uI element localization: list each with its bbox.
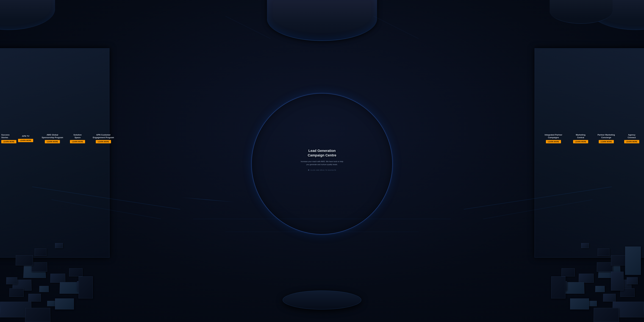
nav-item-apn-customer: APN Customer Engagement Program LEARN MO…: [93, 134, 114, 144]
stage-platform: [283, 290, 361, 310]
nav-item-partner-marketing: Partner Marketing Concierge LEARN MORE: [598, 134, 615, 144]
nav-title-aws-global: AWS Global Sponsorship Program: [42, 134, 63, 139]
learn-more-button-apn-tv[interactable]: LEARN MORE: [18, 139, 33, 142]
learn-more-button-integrated[interactable]: LEARN MORE: [546, 140, 561, 144]
blocks-bottom-right: [322, 145, 644, 322]
nav-item-aws-global: AWS Global Sponsorship Program LEARN MOR…: [42, 134, 63, 144]
nav-title-agency-connect: Agency Connect: [624, 134, 639, 139]
center-description: Increase your reach with AWS. We have to…: [300, 160, 344, 166]
learn-more-button-success-stories[interactable]: LEARN MORE: [1, 140, 16, 144]
nav-title-integrated: Integrated Partner Campaigns: [545, 134, 562, 139]
learn-more-button-solution-space[interactable]: LEARN MORE: [70, 140, 85, 144]
nav-item-solution-space: Solution Space LEARN MORE: [70, 134, 85, 144]
nav-title-solution-space: Solution Space: [70, 134, 85, 139]
svg-line-7: [374, 16, 419, 38]
nav-title-marketing-central: Marketing Central: [573, 134, 588, 139]
arch-top-center: [267, 0, 377, 41]
arch-top-left: [0, 0, 55, 30]
nav-item-agency-connect: Agency Connect LEARN MORE: [624, 134, 639, 144]
scene[interactable]: Lead Generation Campaign Centre Increase…: [0, 0, 644, 322]
nav-title-partner-marketing: Partner Marketing Concierge: [598, 134, 615, 139]
drag-hint: ✥ CLICK AND DRAG TO NAVIGATE: [300, 169, 344, 171]
nav-title-apn-customer: APN Customer Engagement Program: [93, 134, 114, 139]
nav-item-success-stories: Success Stories LEARN MORE: [0, 134, 16, 144]
learn-more-button-marketing-central[interactable]: LEARN MORE: [573, 140, 588, 144]
center-title: Lead Generation Campaign Centre: [300, 148, 344, 158]
blocks-bottom-left: [0, 145, 322, 322]
svg-line-6: [226, 16, 270, 38]
nav-title-apn-tv: APN TV: [18, 135, 33, 138]
nav-title-success-stories: Success Stories: [0, 134, 16, 139]
learn-more-button-aws-global[interactable]: LEARN MORE: [45, 140, 60, 144]
nav-item-apn-tv: APN TV LEARN MORE: [18, 135, 33, 142]
learn-more-button-apn-customer[interactable]: LEARN MORE: [96, 140, 111, 144]
center-content: Lead Generation Campaign Centre Increase…: [300, 148, 344, 171]
drag-hint-text: CLICK AND DRAG TO NAVIGATE: [310, 169, 336, 171]
learn-more-button-partner-marketing[interactable]: LEARN MORE: [599, 140, 614, 144]
nav-item-integrated: Integrated Partner Campaigns LEARN MORE: [545, 134, 562, 144]
learn-more-button-agency-connect[interactable]: LEARN MORE: [624, 140, 639, 144]
nav-item-marketing-central: Marketing Central LEARN MORE: [573, 134, 588, 144]
drag-icon: ✥: [308, 169, 310, 171]
